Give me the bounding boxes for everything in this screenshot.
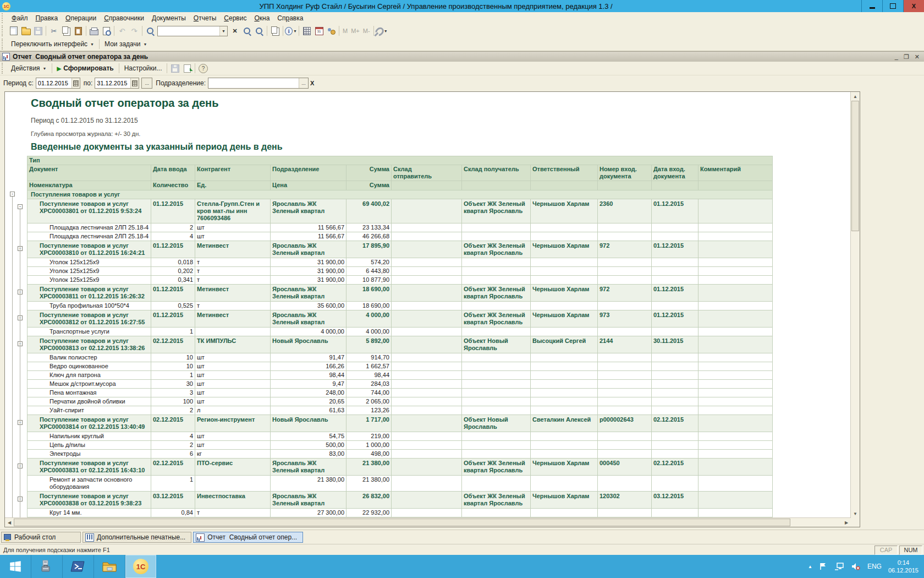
empty-cell[interactable] [462, 406, 531, 415]
horizontal-scrollbar[interactable]: ◀ ▶ [5, 517, 851, 527]
empty-cell[interactable] [462, 397, 531, 406]
doc-header-7[interactable]: Склад получатель [462, 165, 531, 181]
item-sum-cell[interactable]: 46 266,68 [346, 232, 392, 241]
empty-cell[interactable] [698, 406, 773, 415]
doc-date-cell[interactable]: 02.12.2015 [151, 336, 195, 353]
load-report-button[interactable] [181, 63, 193, 74]
calculator-button[interactable] [301, 25, 313, 36]
menu-item-7[interactable]: Сервис [220, 13, 250, 23]
doc-incoming-date-cell[interactable]: 01.12.2015 [652, 285, 698, 302]
toolbar-grip[interactable] [2, 13, 6, 23]
network-icon[interactable] [834, 562, 844, 571]
item-qty-cell[interactable]: 4 [151, 432, 195, 441]
scroll-right-icon[interactable]: ▶ [842, 518, 851, 527]
empty-cell[interactable] [392, 441, 462, 450]
doc-incoming-date-cell[interactable]: 01.12.2015 [652, 199, 698, 223]
copy-button[interactable] [60, 25, 72, 36]
menu-item-8[interactable]: Окна [250, 13, 273, 23]
child-close-button[interactable]: ✕ [915, 53, 920, 61]
doc-header-2[interactable]: Дата ввода [151, 165, 195, 181]
empty-cell[interactable] [462, 276, 531, 285]
empty-cell[interactable] [598, 509, 652, 517]
server-manager-button[interactable] [31, 555, 63, 578]
doc-division-cell[interactable]: Ярославль ЖК Зеленый квартал [271, 285, 346, 302]
empty-cell[interactable] [392, 223, 462, 232]
action-center-flag-icon[interactable] [819, 562, 828, 571]
item-unit-cell[interactable]: т [195, 509, 271, 517]
item-price-cell[interactable]: 31 900,00 [271, 267, 346, 276]
doc-warehouse-from-cell[interactable] [392, 492, 462, 509]
empty-cell[interactable] [392, 353, 462, 362]
doc-name-cell[interactable]: Поступление товаров и услуг ХРС00003838 … [28, 492, 151, 509]
doc-sum-cell[interactable]: 1 717,00 [346, 415, 392, 432]
empty-cell[interactable] [531, 441, 598, 450]
item-name-cell[interactable]: Напильник круглый [28, 432, 151, 441]
item-name-cell[interactable]: Цепь д/пилы [28, 441, 151, 450]
doc-header-3[interactable]: Контрагент [195, 165, 271, 181]
empty-cell[interactable] [392, 509, 462, 517]
item-sum-cell[interactable]: 21 380,00 [346, 476, 392, 492]
doc-sum-cell[interactable]: 21 380,00 [346, 459, 392, 476]
empty-cell[interactable] [531, 389, 598, 397]
doc-date-cell[interactable]: 01.12.2015 [151, 241, 195, 258]
minimize-button[interactable] [861, 0, 882, 12]
doc-incoming-date-cell[interactable]: 02.12.2015 [652, 415, 698, 432]
empty-cell[interactable] [392, 476, 462, 492]
empty-cell[interactable] [462, 432, 531, 441]
item-name-cell[interactable]: Ремонт и запчасти основного оборудования [28, 476, 151, 492]
empty-cell[interactable] [392, 371, 462, 380]
doc-incoming-date-cell[interactable]: 30.11.2015 [652, 336, 698, 353]
item-price-cell[interactable]: 11 566,67 [271, 223, 346, 232]
doc-date-cell[interactable]: 01.12.2015 [151, 285, 195, 302]
doc-warehouse-to-cell[interactable]: Объект ЖК Зеленый квартал Ярославль [462, 492, 531, 509]
doc-name-cell[interactable]: Поступление товаров и услуг ХРС00003810 … [28, 241, 151, 258]
empty-cell[interactable] [462, 476, 531, 492]
item-name-cell[interactable]: Уголок 125х125х9 [28, 258, 151, 267]
item-sum-cell[interactable]: 2 065,00 [346, 397, 392, 406]
empty-cell[interactable] [598, 353, 652, 362]
empty-cell[interactable] [462, 302, 531, 310]
doc-responsible-cell[interactable]: Чернышов Харлам [531, 492, 598, 509]
empty-cell[interactable] [652, 267, 698, 276]
language-indicator[interactable]: ENG [867, 563, 882, 570]
empty-cell[interactable] [462, 258, 531, 267]
item-qty-cell[interactable]: 30 [151, 380, 195, 389]
item-sum-cell[interactable]: 574,20 [346, 258, 392, 267]
doc-responsible-cell[interactable]: Светалкин Алексей [531, 415, 598, 432]
item-unit-cell[interactable]: шт [195, 362, 271, 371]
empty-header-cell[interactable] [598, 181, 652, 190]
doc-header-6[interactable]: Склад отправитель [392, 165, 462, 181]
item-price-cell[interactable]: 4 000,00 [271, 328, 346, 336]
item-price-cell[interactable]: 27 300,00 [271, 509, 346, 517]
empty-cell[interactable] [392, 302, 462, 310]
empty-cell[interactable] [392, 450, 462, 459]
doc-responsible-cell[interactable]: Чернышов Харлам [531, 199, 598, 223]
doc-responsible-cell[interactable]: Чернышов Харлам [531, 459, 598, 476]
empty-cell[interactable] [652, 371, 698, 380]
group-label-cell[interactable]: Поступления товаров и услуг [28, 190, 773, 199]
item-unit-cell[interactable]: л [195, 406, 271, 415]
doc-incoming-number-cell[interactable]: 972 [598, 285, 652, 302]
print-preview-button[interactable] [100, 25, 112, 36]
item-name-cell[interactable]: Площадка лестничная 2ЛП 25.18-4 [28, 223, 151, 232]
item-price-cell[interactable]: 11 566,67 [271, 232, 346, 241]
doc-date-cell[interactable]: 02.12.2015 [151, 459, 195, 476]
doc-date-cell[interactable]: 01.12.2015 [151, 310, 195, 328]
item-unit-cell[interactable]: шт [195, 432, 271, 441]
empty-cell[interactable] [598, 380, 652, 389]
doc-header-8[interactable]: Ответственный [531, 165, 598, 181]
doc-date-cell[interactable]: 02.12.2015 [151, 415, 195, 432]
empty-cell[interactable] [531, 267, 598, 276]
undo-button[interactable]: ↶ [116, 25, 128, 36]
item-sum-cell[interactable]: 10 877,90 [346, 276, 392, 285]
doc-warehouse-from-cell[interactable] [392, 415, 462, 432]
item-price-cell[interactable]: 9,47 [271, 380, 346, 389]
empty-cell[interactable] [698, 267, 773, 276]
doc-comment-cell[interactable] [698, 285, 773, 302]
generate-button[interactable]: ▶Сформировать [54, 63, 117, 74]
item-unit-cell[interactable]: шт [195, 232, 271, 241]
empty-header-cell[interactable] [462, 181, 531, 190]
doc-contragent-cell[interactable]: Метинвест [195, 285, 271, 302]
item-qty-cell[interactable]: 3 [151, 389, 195, 397]
redo-button[interactable]: ↷ [128, 25, 140, 36]
